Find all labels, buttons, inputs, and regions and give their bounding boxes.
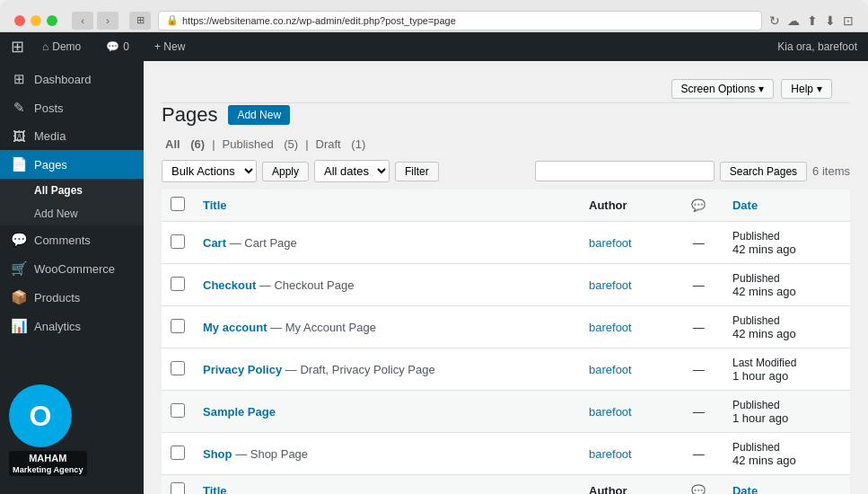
add-new-button[interactable]: Add New [228,105,290,125]
new-tab-icon[interactable]: ⊡ [843,13,854,28]
pages-icon: 📄 [11,156,27,172]
author-link[interactable]: barefoot [589,321,632,334]
maximize-button[interactable] [47,15,57,26]
row-checkbox[interactable] [171,361,185,375]
help-chevron-icon: ▾ [817,83,822,95]
row-checkbox[interactable] [171,403,185,418]
row-title-link[interactable]: Sample Page [203,405,276,419]
search-pages-button[interactable]: Search Pages [720,162,807,181]
comment-icon: 💬 [106,40,119,53]
pages-table: Title Author 💬 Date Ca [162,190,850,494]
pages-submenu: All Pages Add New [0,179,144,225]
wp-logo[interactable]: ⊞ [11,37,24,57]
author-link[interactable]: barefoot [589,236,632,250]
toolbar-icons: ↻ ☁ ⬆ ⬇ ⊡ [769,13,854,28]
select-all-footer-checkbox[interactable] [171,482,185,494]
minimize-button[interactable] [31,15,41,26]
author-link[interactable]: barefoot [589,363,632,376]
filter-draft[interactable]: Draft (1) [312,137,370,151]
row-checkbox-cell [162,306,194,348]
comments-link[interactable]: 💬 0 [99,32,136,61]
row-checkbox[interactable] [171,319,185,333]
address-bar[interactable]: 🔒 https://websitename.co.nz/wp-admin/edi… [158,11,762,31]
row-title-link[interactable]: Privacy Policy [203,363,282,376]
comments-col-header: 💬 [673,190,723,222]
sidebar-item-woocommerce[interactable]: 🛒 WooCommerce [0,254,144,283]
close-button[interactable] [14,15,25,26]
url-text: https://websitename.co.nz/wp-admin/edit.… [182,15,456,26]
select-all-checkbox[interactable] [171,197,185,211]
date-status: Published [732,314,780,327]
row-description: — Checkout Page [259,278,355,292]
dates-filter-select[interactable]: All dates [314,160,390,182]
filter-all[interactable]: All (6) [162,137,208,151]
help-button[interactable]: Help ▾ [781,79,832,99]
row-description: — Shop Page [235,447,308,461]
date-footer-sort-link[interactable]: Date [732,484,758,494]
media-icon: 🖼 [11,128,27,144]
search-input[interactable] [535,161,715,181]
filter-button[interactable]: Filter [395,162,439,181]
refresh-icon[interactable]: ↻ [769,13,780,28]
title-sort-link[interactable]: Title [203,198,227,212]
row-checkbox-cell [162,391,194,433]
tab-grid-button[interactable]: ⊞ [129,12,151,30]
main-content: Screen Options ▾ Help ▾ Pages Add New Al… [144,61,868,494]
row-checkbox[interactable] [171,277,185,291]
analytics-icon: 📊 [11,318,27,334]
page-title: Pages [162,103,217,127]
top-tablenav: Bulk Actions Apply All dates Filter Sear… [162,160,850,182]
sidebar-item-dashboard[interactable]: ⊞ Dashboard [0,65,144,93]
author-link[interactable]: barefoot [589,278,632,292]
row-title-link[interactable]: Checkout [203,278,256,292]
sidebar-item-comments[interactable]: 💬 Comments [0,225,144,254]
sidebar-item-analytics[interactable]: 📊 Analytics [0,312,144,340]
cloud-icon[interactable]: ☁ [787,13,800,28]
author-link[interactable]: barefoot [589,447,632,461]
share-icon[interactable]: ⬆ [807,13,818,28]
table-row: Sample Page Edit | Quick Edit | Trash | … [162,391,850,433]
row-checkbox[interactable] [171,445,185,460]
author-link[interactable]: barefoot [589,405,632,419]
date-col-header: Date [723,190,850,222]
row-title-link[interactable]: Shop [203,447,232,461]
filter-links: All (6) | Published (5) | Draft (1) [162,137,850,151]
title-footer-sort-link[interactable]: Title [203,484,227,494]
sidebar-label-dashboard: Dashboard [34,73,92,86]
table-row: Privacy Policy — Draft, Privacy Policy P… [162,348,850,391]
site-name-link[interactable]: ⌂ Demo [35,32,88,61]
new-content-btn[interactable]: + New [147,32,192,61]
row-author-cell: barefoot [580,391,673,433]
comments-icon: 💬 [11,232,27,248]
sidebar-label-comments: Comments [34,234,91,247]
sidebar-item-pages[interactable]: 📄 Pages [0,150,144,179]
sidebar-item-media[interactable]: 🖼 Media [0,122,144,150]
sidebar-item-posts[interactable]: ✎ Posts [0,93,144,122]
row-comments-cell: — [673,433,723,475]
sidebar-subitem-all-pages[interactable]: All Pages [0,179,144,202]
download-icon[interactable]: ⬇ [825,13,836,28]
help-label: Help [791,83,813,95]
filter-published[interactable]: Published (5) [219,137,302,151]
filter-all-label: All [165,137,180,151]
comments-header-icon: 💬 [691,198,706,212]
row-checkbox-cell [162,433,194,475]
row-checkbox[interactable] [171,234,185,249]
row-title-link[interactable]: Cart [203,236,226,250]
sidebar-item-products[interactable]: 📦 Products [0,283,144,312]
screen-options-button[interactable]: Screen Options ▾ [671,79,775,99]
date-status: Published [732,272,780,285]
back-button[interactable]: ‹ [72,12,93,30]
row-title-cell: Checkout — Checkout Page Edit | Quick Ed… [194,264,580,306]
bulk-actions-select[interactable]: Bulk Actions [162,160,257,182]
forward-button[interactable]: › [97,12,118,30]
new-label: + New [154,40,185,53]
sidebar-subitem-add-new[interactable]: Add New [0,202,144,225]
apply-button[interactable]: Apply [262,162,309,181]
row-description: — Draft, Privacy Policy Page [285,363,435,376]
date-sort-link[interactable]: Date [732,198,758,212]
site-name-text: Demo [52,40,81,53]
filter-sep-1: | [212,137,215,151]
screen-options-label: Screen Options [681,83,756,95]
row-title-link[interactable]: My account [203,321,267,334]
